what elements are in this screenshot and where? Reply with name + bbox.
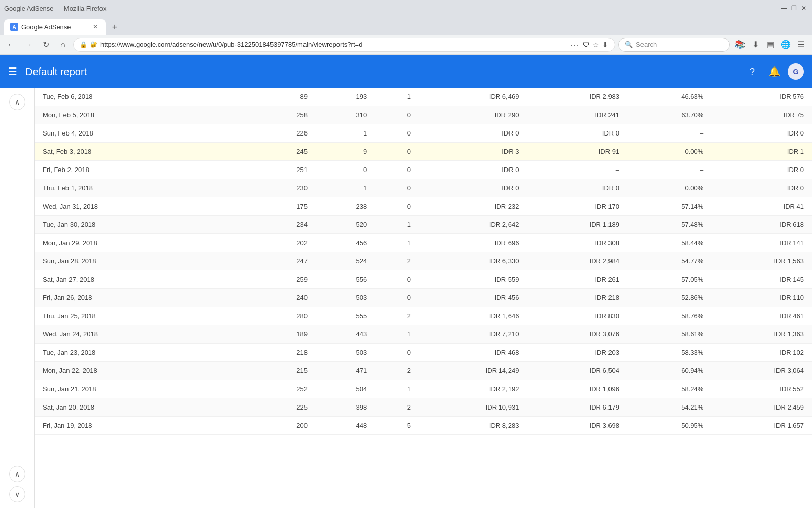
data-cell: IDR 3,076 xyxy=(527,325,627,344)
data-cell: 556 xyxy=(316,270,375,289)
new-tab-button[interactable]: + xyxy=(108,20,122,35)
home-button[interactable]: ⌂ xyxy=(56,38,70,52)
data-cell: IDR 241 xyxy=(527,106,627,124)
date-cell: Wed, Jan 31, 2018 xyxy=(35,197,256,216)
date-cell: Mon, Feb 5, 2018 xyxy=(35,106,256,124)
date-cell: Tue, Jan 23, 2018 xyxy=(35,344,256,362)
table-row: Sun, Jan 21, 20182525041IDR 2,192IDR 1,0… xyxy=(35,380,812,398)
vpn-icon: 🛡 xyxy=(583,41,590,49)
data-cell: 2 xyxy=(375,398,419,417)
data-cell: 259 xyxy=(256,270,316,289)
data-cell: 225 xyxy=(256,398,316,417)
table-row: Thu, Feb 1, 201823010IDR 0IDR 00.00%IDR … xyxy=(35,179,812,197)
data-cell: IDR 1,563 xyxy=(712,252,812,270)
close-button[interactable]: ✕ xyxy=(800,4,808,12)
data-cell: IDR 559 xyxy=(419,270,527,289)
table-row: Sun, Jan 28, 20182475242IDR 6,330IDR 2,9… xyxy=(35,252,812,270)
menu-btn[interactable]: ☰ xyxy=(794,38,808,52)
table-scroll[interactable]: Tue, Feb 6, 2018891931IDR 6,469IDR 2,983… xyxy=(35,88,812,508)
refresh-button[interactable]: ↻ xyxy=(39,38,53,52)
table-container: Tue, Feb 6, 2018891931IDR 6,469IDR 2,983… xyxy=(35,88,812,508)
data-cell: – xyxy=(627,161,712,179)
report-table: Tue, Feb 6, 2018891931IDR 6,469IDR 2,983… xyxy=(35,88,812,435)
sidebar-scroll-up-1[interactable]: ∧ xyxy=(9,94,25,110)
date-cell: Sun, Jan 28, 2018 xyxy=(35,252,256,270)
bookmark-icon[interactable]: ☆ xyxy=(593,41,599,49)
data-cell: IDR 145 xyxy=(712,270,812,289)
data-cell: 247 xyxy=(256,252,316,270)
avatar-initial: G xyxy=(793,67,799,76)
data-cell: 0 xyxy=(375,179,419,197)
sidebar: ∧ ∧ ∨ xyxy=(0,88,35,508)
data-cell: IDR 0 xyxy=(419,161,527,179)
search-bar[interactable]: 🔍 Search xyxy=(618,38,730,52)
data-cell: 234 xyxy=(256,216,316,234)
data-cell: IDR 2,192 xyxy=(419,380,527,398)
data-cell: 238 xyxy=(316,197,375,216)
data-cell: 0 xyxy=(375,289,419,307)
back-button[interactable]: ← xyxy=(4,38,18,52)
table-row: Fri, Feb 2, 201825100IDR 0––IDR 0 xyxy=(35,161,812,179)
date-cell: Mon, Jan 29, 2018 xyxy=(35,234,256,252)
table-row: Fri, Jan 19, 20182004485IDR 8,283IDR 3,6… xyxy=(35,417,812,435)
table-row: Tue, Jan 30, 20182345201IDR 2,642IDR 1,1… xyxy=(35,216,812,234)
data-cell: 1 xyxy=(375,216,419,234)
sidebar-scroll-down-1[interactable]: ∨ xyxy=(9,486,25,502)
notifications-button[interactable]: 🔔 xyxy=(765,62,784,81)
table-row: Sat, Jan 27, 20182595560IDR 559IDR 26157… xyxy=(35,270,812,289)
help-button[interactable]: ? xyxy=(743,62,761,81)
user-avatar[interactable]: G xyxy=(788,63,804,80)
search-icon: 🔍 xyxy=(625,41,633,48)
tab-favicon: A xyxy=(10,23,18,31)
title-bar: Google AdSense — Mozilla Firefox — ❐ ✕ xyxy=(0,0,812,16)
data-cell: 456 xyxy=(316,234,375,252)
reader-view-btn[interactable]: ▤ xyxy=(763,38,777,52)
data-cell: IDR 6,179 xyxy=(527,398,627,417)
table-row: Mon, Jan 29, 20182024561IDR 696IDR 30858… xyxy=(35,234,812,252)
data-cell: 258 xyxy=(256,106,316,124)
search-input[interactable]: Search xyxy=(636,41,657,48)
tab-close-button[interactable]: ✕ xyxy=(91,23,99,31)
date-cell: Sun, Feb 4, 2018 xyxy=(35,124,256,143)
data-cell: IDR 0 xyxy=(712,161,812,179)
data-cell: IDR 1,646 xyxy=(419,307,527,325)
address-bar[interactable]: 🔒 🔐 https://www.google.com/adsense/new/u… xyxy=(73,38,615,52)
data-cell: 252 xyxy=(256,380,316,398)
data-cell: 2 xyxy=(375,252,419,270)
data-cell: 2 xyxy=(375,307,419,325)
library-icon[interactable]: 📚 xyxy=(733,38,747,52)
data-cell: 310 xyxy=(316,106,375,124)
address-url[interactable]: https://www.google.com/adsense/new/u/0/p… xyxy=(100,41,567,48)
maximize-button[interactable]: ❐ xyxy=(790,4,798,12)
data-cell: 1 xyxy=(316,179,375,197)
table-row: Mon, Feb 5, 20182583100IDR 290IDR 24163.… xyxy=(35,106,812,124)
download-btn[interactable]: ⬇ xyxy=(748,38,762,52)
date-cell: Tue, Jan 30, 2018 xyxy=(35,216,256,234)
data-cell: IDR 6,504 xyxy=(527,362,627,380)
table-row: Fri, Jan 26, 20182405030IDR 456IDR 21852… xyxy=(35,289,812,307)
data-cell: IDR 308 xyxy=(527,234,627,252)
sidebar-scroll-up-2[interactable]: ∧ xyxy=(9,466,25,482)
sidebar-toggle-button[interactable]: ☰ xyxy=(8,65,17,78)
data-cell: 0 xyxy=(375,197,419,216)
active-tab[interactable]: A Google AdSense ✕ xyxy=(4,19,106,35)
data-cell: 2 xyxy=(375,362,419,380)
data-cell: IDR 0 xyxy=(419,179,527,197)
data-cell: IDR 618 xyxy=(712,216,812,234)
data-cell: 226 xyxy=(256,124,316,143)
data-cell: IDR 696 xyxy=(419,234,527,252)
minimize-button[interactable]: — xyxy=(780,4,788,12)
window-controls: — ❐ ✕ xyxy=(780,4,808,12)
data-cell: 0 xyxy=(375,124,419,143)
forward-button[interactable]: → xyxy=(21,38,36,52)
download-icon[interactable]: ⬇ xyxy=(602,41,608,49)
data-cell: IDR 0 xyxy=(712,179,812,197)
firefox-account-btn[interactable]: 🌐 xyxy=(779,38,793,52)
data-cell: – xyxy=(527,161,627,179)
more-options-btn[interactable]: ··· xyxy=(570,41,580,49)
data-cell: 50.95% xyxy=(627,417,712,435)
data-cell: 215 xyxy=(256,362,316,380)
data-cell: 230 xyxy=(256,179,316,197)
data-cell: IDR 2,983 xyxy=(527,88,627,106)
date-cell: Sat, Jan 20, 2018 xyxy=(35,398,256,417)
